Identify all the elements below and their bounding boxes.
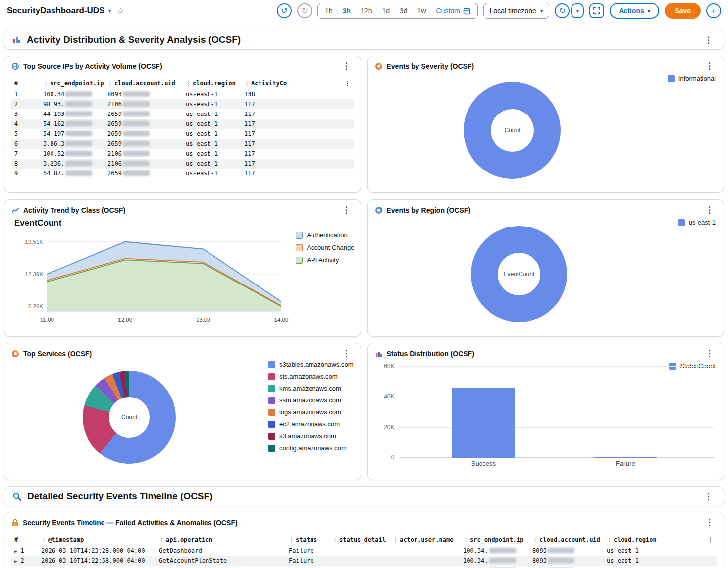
column-header-src-endpoint-ip[interactable]: ⋮src_endpoint.ip bbox=[40, 77, 104, 89]
legend-item-config-amazonaws-com[interactable]: config.amazonaws.com bbox=[268, 444, 354, 452]
chevron-down-icon: ▾ bbox=[648, 8, 651, 14]
region-donut-chart[interactable]: EventCount bbox=[471, 226, 567, 322]
time-range-selector: 1h3h12h1d3d1w Custom bbox=[317, 3, 478, 19]
expand-row-icon[interactable]: ▶ bbox=[14, 549, 17, 554]
column-header-api-operation[interactable]: ⋮api.operation bbox=[156, 534, 286, 546]
table-row: 298.93.2106us-east-1117 bbox=[11, 99, 354, 109]
redacted-value bbox=[123, 91, 150, 97]
save-button[interactable]: Save bbox=[665, 3, 701, 19]
widget-menu-icon[interactable]: ⋮ bbox=[702, 348, 717, 359]
lock-icon bbox=[11, 519, 19, 527]
trend-chart[interactable]: 5.26K12.39K19.51K11:0012:0013:0014:00 bbox=[11, 228, 291, 326]
legend-item-ssm-amazonaws-com[interactable]: ssm.amazonaws.com bbox=[268, 397, 354, 404]
severity-donut-chart[interactable]: Count bbox=[464, 82, 561, 179]
custom-range-button[interactable]: Custom bbox=[431, 7, 475, 15]
column-options-icon[interactable]: ⋮ bbox=[339, 77, 354, 89]
widget-menu-icon[interactable]: ⋮ bbox=[339, 61, 354, 71]
column-header-actor-user-name[interactable]: ⋮actor.user.name bbox=[390, 534, 460, 546]
table-row: ▶32026-03-10T14:22:56.000-04:00GetAccoun… bbox=[11, 566, 717, 568]
column-options-icon[interactable]: ⋮ bbox=[702, 534, 717, 546]
chart-legend: Informational bbox=[668, 75, 716, 82]
redo-button[interactable]: ↻ bbox=[297, 3, 312, 18]
time-range-12h[interactable]: 12h bbox=[356, 3, 377, 18]
time-range-3h[interactable]: 3h bbox=[338, 3, 356, 18]
widget-security-timeline: Security Events Timeline — Failed Activi… bbox=[4, 512, 724, 568]
legend-item-us-east-1[interactable]: us-east-1 bbox=[678, 219, 716, 226]
widget-menu-icon[interactable]: ⋮ bbox=[339, 205, 354, 215]
svg-text:14:00: 14:00 bbox=[274, 317, 289, 323]
fullscreen-button[interactable] bbox=[589, 3, 604, 18]
legend-label: Account Change bbox=[307, 244, 354, 251]
legend-swatch bbox=[268, 397, 275, 404]
column-header-cloud-account-uid[interactable]: ⋮cloud.account.uid bbox=[104, 77, 183, 89]
legend-label: us-east-1 bbox=[689, 219, 716, 226]
legend-item-logs-amazonaws-com[interactable]: logs.amazonaws.com bbox=[268, 408, 354, 416]
widget-menu-icon[interactable]: ⋮ bbox=[339, 348, 354, 359]
svg-text:12:00: 12:00 bbox=[118, 317, 132, 323]
donut-icon bbox=[375, 62, 383, 70]
favorite-star-icon[interactable]: ☆ bbox=[116, 6, 124, 16]
legend-swatch bbox=[268, 433, 275, 440]
legend-item-informational[interactable]: Informational bbox=[668, 75, 716, 82]
column-header-status-detail[interactable]: ⋮status_detail bbox=[329, 534, 390, 546]
legend-swatch bbox=[678, 219, 685, 226]
legend-item-api-activity[interactable]: API Activity bbox=[296, 256, 354, 264]
widget-title: Status Distribution (OCSF) bbox=[387, 350, 474, 358]
timezone-dropdown[interactable]: Local timezone ▾ bbox=[483, 3, 550, 19]
widget-menu-icon[interactable]: ⋮ bbox=[702, 61, 717, 71]
column-header-cloud-account-uid[interactable]: ⋮cloud.account.uid bbox=[529, 534, 604, 546]
widget-top-services: Top Services (OCSF) ⋮ s3tables.amazonaws… bbox=[4, 343, 361, 480]
dashboard-title: SecurityDashboard-UDS bbox=[7, 6, 104, 16]
column-header-src-endpoint-ip[interactable]: ⋮src_endpoint.ip bbox=[460, 534, 529, 546]
legend-swatch bbox=[296, 232, 303, 239]
column-header-cloud-region[interactable]: ⋮cloud.region bbox=[604, 534, 702, 546]
section-header-timeline: Detailed Security Events Timeline (OCSF)… bbox=[4, 486, 724, 506]
line-chart-icon bbox=[11, 206, 19, 214]
time-range-1d[interactable]: 1d bbox=[377, 3, 395, 18]
security-timeline-table: #⋮@timestamp⋮api.operation⋮status⋮status… bbox=[11, 534, 717, 568]
legend-item-account-change[interactable]: Account Change bbox=[296, 244, 354, 251]
table-row: ▶12026-03-10T14:23:28.000-04:00GetDashbo… bbox=[11, 546, 717, 556]
widget-menu-icon[interactable]: ⋮ bbox=[702, 205, 717, 215]
legend-label: Informational bbox=[678, 75, 716, 82]
legend-item-authentication[interactable]: Authentication bbox=[296, 231, 354, 239]
section-menu-icon[interactable]: ⋮ bbox=[701, 491, 716, 502]
expand-row-icon[interactable]: ▶ bbox=[14, 559, 17, 564]
legend-item-s3-amazonaws-com[interactable]: s3.amazonaws.com bbox=[268, 432, 354, 440]
column-header-activitycount[interactable]: ⋮ActivityCount bbox=[241, 77, 287, 89]
column-header-cloud-region[interactable]: ⋮cloud.region bbox=[183, 77, 241, 89]
column-header--[interactable]: # bbox=[11, 534, 38, 546]
legend-item-ec2-amazonaws-com[interactable]: ec2.amazonaws.com bbox=[268, 420, 354, 428]
widget-menu-icon[interactable]: ⋮ bbox=[702, 517, 717, 528]
gridline bbox=[399, 366, 714, 367]
redacted-value bbox=[123, 121, 150, 126]
column-header-status[interactable]: ⋮status bbox=[286, 534, 329, 546]
time-range-1w[interactable]: 1w bbox=[413, 3, 431, 18]
column-header--timestamp[interactable]: ⋮@timestamp bbox=[38, 534, 156, 546]
redacted-value bbox=[65, 161, 92, 166]
widget-events-by-region: Events by Region (OCSF) ⋮ us-east-1 Even… bbox=[367, 199, 725, 337]
redacted-value bbox=[123, 170, 150, 176]
table-row: 954.87.2659us-east-1117 bbox=[11, 169, 354, 178]
add-widget-button[interactable]: + bbox=[706, 3, 721, 18]
redacted-value bbox=[123, 111, 150, 116]
redacted-value bbox=[489, 548, 516, 553]
chart-metric-title: EventCount bbox=[14, 218, 354, 228]
legend-item-kms-amazonaws-com[interactable]: kms.amazonaws.com bbox=[268, 385, 354, 392]
section-menu-icon[interactable]: ⋮ bbox=[701, 35, 716, 45]
actions-dropdown[interactable]: Actions ▾ bbox=[610, 3, 659, 19]
legend-item-sts-amazonaws-com[interactable]: sts.amazonaws.com bbox=[268, 373, 354, 380]
dashboard-title-caret-icon[interactable]: ▾ bbox=[108, 7, 111, 14]
time-range-3d[interactable]: 3d bbox=[395, 3, 413, 18]
bar-success[interactable] bbox=[452, 388, 515, 458]
legend-swatch bbox=[268, 445, 275, 452]
services-donut-chart[interactable]: Count bbox=[83, 371, 176, 464]
bar-chart-icon bbox=[12, 35, 21, 44]
undo-button[interactable]: ↺ bbox=[277, 3, 292, 18]
time-range-1h[interactable]: 1h bbox=[320, 3, 338, 18]
donut-center-label: Count bbox=[121, 414, 137, 421]
refresh-options-dropdown[interactable]: ▾ bbox=[571, 3, 584, 18]
refresh-button[interactable]: ↻ bbox=[555, 3, 570, 18]
column-header--[interactable]: # bbox=[11, 77, 40, 89]
legend-item-s3tables-amazonaws-com[interactable]: s3tables.amazonaws.com bbox=[268, 361, 354, 368]
